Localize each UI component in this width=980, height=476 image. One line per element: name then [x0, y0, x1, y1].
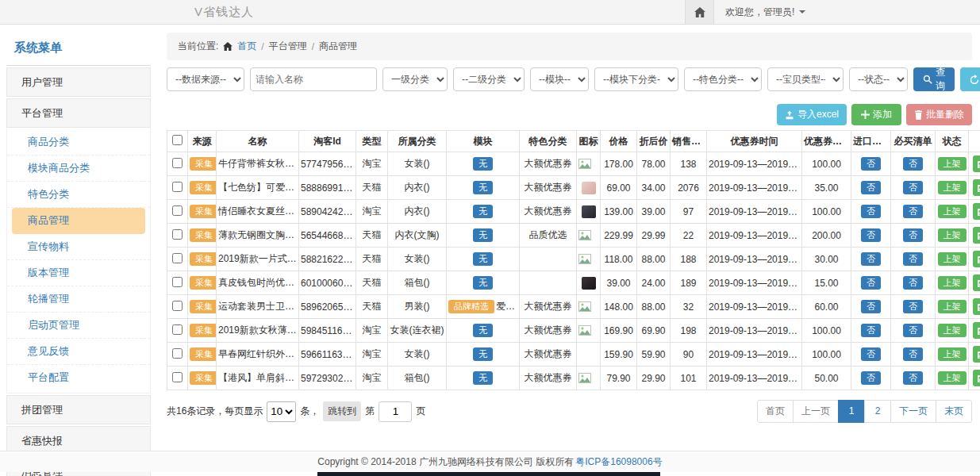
must-buy-badge[interactable]: 否: [903, 205, 923, 218]
import-excel-button[interactable]: 导入excel: [777, 104, 847, 125]
filter-select[interactable]: --状态--: [849, 67, 908, 91]
row-checkbox[interactable]: [172, 182, 183, 192]
sidebar-subitem[interactable]: 模块商品分类: [7, 155, 150, 182]
status-badge[interactable]: 上架: [938, 324, 967, 337]
pager-button[interactable]: 1: [838, 400, 865, 423]
edit-button[interactable]: [973, 251, 980, 267]
sidebar-subitem[interactable]: 启动页管理: [7, 313, 150, 339]
must-buy-badge[interactable]: 否: [903, 181, 923, 194]
filter-select[interactable]: --二级分类--: [453, 67, 525, 91]
filter-select[interactable]: --宝贝类型--: [767, 67, 844, 91]
home-button[interactable]: [685, 0, 714, 24]
sidebar-group-item[interactable]: 用户管理: [6, 67, 151, 97]
sidebar-subitem[interactable]: 平台配置: [7, 365, 150, 391]
module-badge: 无: [473, 324, 493, 337]
must-buy-badge[interactable]: 否: [903, 276, 923, 290]
pager-button[interactable]: 上一页: [793, 400, 839, 423]
edit-button[interactable]: [973, 346, 980, 363]
row-checkbox[interactable]: [172, 277, 183, 287]
cell-icon: [577, 152, 601, 176]
sidebar-subitem[interactable]: 商品分类: [7, 129, 150, 155]
must-buy-badge[interactable]: 否: [903, 324, 923, 337]
status-badge[interactable]: 上架: [938, 347, 967, 361]
row-checkbox[interactable]: [172, 348, 183, 359]
import-select-badge[interactable]: 否: [861, 205, 881, 218]
status-badge[interactable]: 上架: [938, 181, 967, 194]
must-buy-badge[interactable]: 否: [903, 252, 923, 266]
sidebar-subitem[interactable]: 商品管理: [12, 208, 145, 234]
edit-button[interactable]: [973, 179, 980, 196]
data-source-select[interactable]: --数据来源--: [167, 67, 244, 91]
sidebar-subitem[interactable]: 版本管理: [7, 260, 150, 286]
cell-feature-category: 大额优惠券: [520, 367, 577, 390]
edit-button[interactable]: [973, 155, 980, 172]
edit-button[interactable]: [973, 298, 980, 315]
name-search-input[interactable]: [250, 67, 377, 91]
import-select-badge[interactable]: 否: [861, 324, 881, 337]
sidebar-subitem[interactable]: 特色分类: [7, 182, 150, 208]
import-select-badge[interactable]: 否: [861, 371, 881, 385]
edit-button[interactable]: [973, 274, 980, 291]
filter-select[interactable]: --特色分类--: [684, 67, 762, 91]
row-checkbox[interactable]: [172, 229, 183, 240]
must-buy-badge[interactable]: 否: [903, 228, 923, 242]
edit-button[interactable]: [973, 370, 980, 386]
import-select-badge[interactable]: 否: [861, 181, 881, 194]
cell-type: 天猫: [356, 295, 388, 319]
sidebar-group-item[interactable]: 拼团管理: [6, 395, 151, 424]
sidebar-group-item[interactable]: 平台管理: [6, 98, 151, 128]
must-buy-badge[interactable]: 否: [903, 157, 923, 171]
column-header: 折后价: [637, 131, 671, 152]
cell-module: 品牌精选爱上运动: [447, 295, 520, 319]
must-buy-badge[interactable]: 否: [903, 347, 923, 361]
icp-link[interactable]: 粤ICP备16098006号: [575, 455, 662, 469]
sidebar-subitem[interactable]: 轮播管理: [7, 286, 150, 313]
status-badge[interactable]: 上架: [938, 228, 967, 242]
cell-feature-category: 大额优惠券: [520, 343, 577, 367]
import-select-badge[interactable]: 否: [861, 276, 881, 290]
filter-select[interactable]: --模块下分类--: [594, 67, 678, 91]
reset-button[interactable]: 重置: [960, 67, 980, 91]
sidebar-subitem[interactable]: 宣传物料: [7, 234, 150, 260]
filter-select[interactable]: 一级分类: [382, 67, 448, 91]
edit-button[interactable]: [973, 322, 980, 339]
search-button[interactable]: 查询: [913, 67, 955, 91]
pager-button[interactable]: 末页: [936, 400, 972, 423]
must-buy-badge[interactable]: 否: [903, 371, 923, 385]
status-badge[interactable]: 上架: [938, 300, 967, 313]
row-checkbox[interactable]: [172, 324, 183, 335]
row-checkbox[interactable]: [172, 158, 183, 168]
row-checkbox[interactable]: [172, 301, 183, 311]
row-checkbox[interactable]: [172, 372, 183, 382]
must-buy-badge[interactable]: 否: [903, 300, 923, 313]
status-badge[interactable]: 上架: [938, 276, 967, 290]
row-checkbox[interactable]: [172, 253, 183, 263]
select-all-checkbox[interactable]: [172, 135, 183, 145]
jump-to-button[interactable]: 跳转到: [323, 401, 361, 421]
import-select-badge[interactable]: 否: [861, 252, 881, 266]
pager-button[interactable]: 2: [864, 400, 891, 423]
cell-feature-category: [520, 248, 577, 271]
edit-button[interactable]: [973, 203, 980, 220]
status-badge[interactable]: 上架: [938, 371, 967, 385]
pager-button[interactable]: 首页: [757, 400, 794, 423]
status-badge[interactable]: 上架: [938, 252, 967, 266]
batch-delete-button[interactable]: 批量删除: [906, 104, 972, 125]
filter-select[interactable]: --模块--: [530, 67, 589, 91]
row-checkbox[interactable]: [172, 205, 183, 216]
cell-coupon-time: 2019-09-13—2019-09-17: [707, 224, 802, 248]
import-select-badge[interactable]: 否: [861, 347, 881, 361]
page-jump-input[interactable]: [379, 401, 412, 422]
edit-button[interactable]: [973, 227, 980, 244]
add-button[interactable]: 添加: [851, 104, 901, 125]
import-select-badge[interactable]: 否: [861, 300, 881, 313]
status-badge[interactable]: 上架: [938, 157, 967, 171]
status-badge[interactable]: 上架: [938, 205, 967, 218]
breadcrumb-home-link[interactable]: 首页: [237, 40, 256, 53]
user-menu[interactable]: 欢迎您，管理员!: [725, 6, 805, 19]
pager-button[interactable]: 下一页: [890, 400, 936, 423]
per-page-select[interactable]: 10: [267, 401, 296, 422]
import-select-badge[interactable]: 否: [861, 157, 881, 171]
sidebar-subitem[interactable]: 意见反馈: [7, 339, 150, 365]
import-select-badge[interactable]: 否: [861, 228, 881, 242]
